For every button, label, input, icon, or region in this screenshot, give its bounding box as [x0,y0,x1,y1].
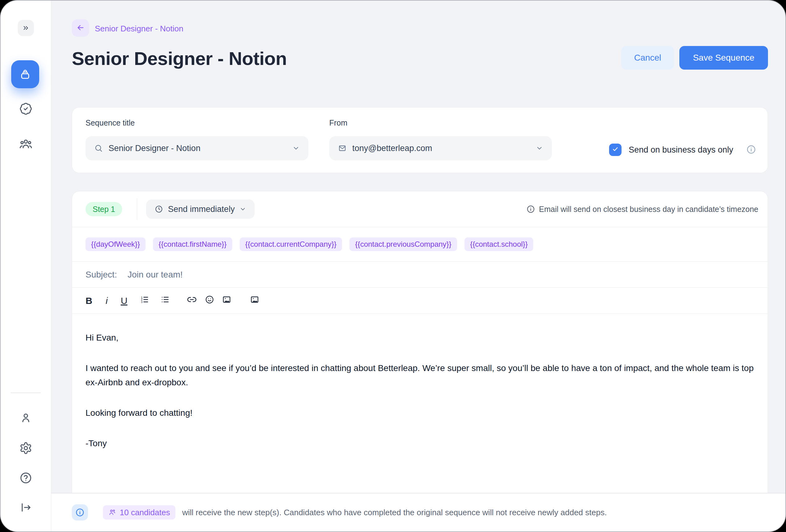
candidates-count: 10 candidates [120,508,170,517]
chevron-down-icon [239,206,246,213]
info-icon[interactable] [746,145,756,154]
business-days-label: Send on business days only [629,145,733,155]
users-icon [19,137,33,151]
info-icon [72,504,88,521]
step-header-row: Step 1 Send immediately Email will send … [72,191,768,227]
subject-row: Subject: Join our team! [72,262,768,288]
sidebar-divider [10,392,41,393]
step-editor-card: Step 1 Send immediately Email will send … [72,191,768,495]
business-days-checkbox[interactable] [609,144,622,156]
emoji-button[interactable] [203,294,216,308]
variables-row: {{dayOfWeek}} {{contact.firstName}} {{co… [72,227,768,262]
from-select[interactable]: tony@betterleap.com [329,136,552,160]
email-body-paragraph: Hi Evan, [86,331,754,345]
footer-message: will receive the new step(s). Candidates… [182,508,607,517]
from-label: From [329,118,347,127]
italic-button[interactable]: i [100,294,114,308]
sequence-title-select[interactable]: Senior Designer - Notion [86,136,308,160]
timezone-note-text: Email will send on closest business day … [539,205,758,214]
variable-chip[interactable]: {{dayOfWeek}} [86,237,145,251]
chevrons-right-icon [22,24,29,32]
sidebar-collapse-button[interactable] [18,20,34,36]
variable-chip[interactable]: {{contact.firstName}} [153,237,232,251]
email-body-paragraph: I wanted to reach out to you and see if … [86,361,754,390]
email-body-paragraph: Looking forward to chatting! [86,406,754,420]
variable-chip[interactable]: {{contact.currentCompany}} [240,237,342,251]
send-schedule-value: Send immediately [168,204,235,214]
check-icon [611,145,619,154]
candidates-chip[interactable]: 10 candidates [103,505,175,519]
app-window: Senior Designer - Notion Senior Designer… [0,0,786,532]
subject-input[interactable]: Join our team! [128,270,754,280]
ordered-list-button[interactable]: 123 [138,294,152,308]
sidebar-item-profile[interactable] [18,411,33,426]
chevron-down-icon [292,145,300,152]
from-value: tony@betterleap.com [352,144,530,153]
sidebar-item-sequences[interactable] [11,60,39,88]
ordered-list-icon: 123 [140,295,149,307]
variable-chip[interactable]: {{contact.school}} [464,237,533,251]
badge-check-icon [19,102,32,115]
people-icon [108,508,116,516]
back-button[interactable] [72,19,89,37]
bullet-list-button[interactable] [158,294,172,308]
email-body-paragraph: -Tony [86,436,754,451]
sidebar-item-contacts[interactable] [18,137,33,151]
mail-icon [338,144,347,152]
image-upload-button[interactable] [248,294,261,308]
sidebar-item-logout[interactable] [18,500,33,515]
link-button[interactable] [185,294,199,308]
cancel-button[interactable]: Cancel [621,46,674,70]
editor-toolbar: B i U 123 [72,288,768,314]
sidebar-item-tasks[interactable] [18,101,33,116]
page-title: Senior Designer - Notion [72,48,287,69]
divider [137,198,137,220]
underline-button[interactable]: U [117,294,131,308]
emoji-icon [205,295,214,307]
sequence-settings-card: Sequence title From Senior Designer - No… [72,107,768,173]
gear-icon [19,441,32,455]
arrow-left-icon [76,23,85,33]
variable-chip[interactable]: {{contact.previousCompany}} [349,237,457,251]
svg-text:3: 3 [141,300,142,304]
step-badge: Step 1 [86,202,122,216]
info-icon [526,205,535,214]
image-icon [222,295,231,307]
bag-icon [19,68,32,81]
send-schedule-dropdown[interactable]: Send immediately [146,199,255,219]
timezone-note: Email will send on closest business day … [526,205,758,214]
bold-button[interactable]: B [82,294,96,308]
image-button[interactable] [220,294,233,308]
footer-bar: 10 candidates will receive the new step(… [51,493,785,531]
logout-icon [20,501,32,514]
link-icon [187,295,197,307]
sequence-title-value: Senior Designer - Notion [109,144,287,153]
sequence-title-label: Sequence title [86,118,135,127]
image-icon [250,295,259,307]
user-icon [19,411,32,425]
subject-label: Subject: [86,270,117,280]
clock-icon [155,205,163,214]
sidebar-item-settings[interactable] [18,441,33,456]
save-sequence-button[interactable]: Save Sequence [679,46,768,70]
sidebar [1,1,51,531]
chevron-down-icon [536,145,543,152]
bullet-list-icon [160,295,170,307]
help-circle-icon [19,471,32,484]
sidebar-item-help[interactable] [18,470,33,485]
breadcrumb[interactable]: Senior Designer - Notion [95,24,183,33]
email-body-editor[interactable]: Hi Evan, I wanted to reach out to you an… [72,314,768,451]
search-icon [94,144,103,152]
